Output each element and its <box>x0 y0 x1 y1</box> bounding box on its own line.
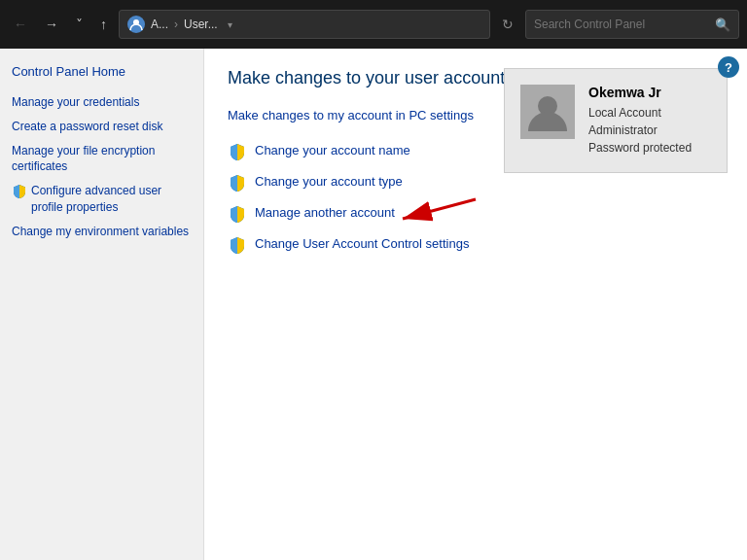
address-part2: User... <box>184 18 218 31</box>
refresh-button[interactable]: ↻ <box>496 13 519 36</box>
shield-icon-manage <box>228 204 247 224</box>
sidebar-home-link[interactable]: Control Panel Home <box>12 64 192 79</box>
avatar-icon <box>524 88 571 135</box>
address-separator: › <box>174 18 178 31</box>
user-name: Okemwa Jr <box>588 85 692 100</box>
sidebar: Control Panel Home Manage your credentia… <box>0 49 204 560</box>
address-part1: A... <box>151 18 168 31</box>
manage-account-item: Manage another account <box>228 204 724 224</box>
manage-account-link[interactable]: Manage another account <box>255 205 395 220</box>
sidebar-item-advanced-profile[interactable]: Configure advanced user profile properti… <box>31 183 192 216</box>
address-icon <box>127 16 145 33</box>
user-detail-account-type: Local Account <box>588 104 692 122</box>
sidebar-item-environment[interactable]: Change my environment variables <box>12 224 192 240</box>
sidebar-item-advanced-profile-wrapper: Configure advanced user profile properti… <box>12 183 192 216</box>
change-type-link[interactable]: Change your account type <box>255 174 403 189</box>
help-button[interactable]: ? <box>718 56 739 78</box>
user-info: Okemwa Jr Local Account Administrator Pa… <box>588 85 692 157</box>
change-type-item: Change your account type <box>228 173 724 192</box>
sidebar-item-file-encryption[interactable]: Manage your file encryption certificates <box>12 143 192 176</box>
up-button[interactable]: ↑ <box>94 13 113 36</box>
back-button[interactable]: ← <box>8 13 33 36</box>
shield-icon-uac <box>228 235 247 255</box>
recent-locations-button[interactable]: ˅ <box>70 13 89 36</box>
search-input[interactable] <box>534 18 709 31</box>
shield-icon-type <box>228 173 247 192</box>
uac-settings-link[interactable]: Change User Account Control settings <box>255 236 469 251</box>
user-card: Okemwa Jr Local Account Administrator Pa… <box>504 68 728 173</box>
manage-account-section: Manage another account <box>228 204 724 224</box>
forward-button[interactable]: → <box>39 13 64 36</box>
address-chevron-icon[interactable]: ▾ <box>228 19 232 30</box>
user-avatar <box>520 85 575 139</box>
search-bar: 🔍 <box>525 10 739 39</box>
address-bar[interactable]: A... › User... ▾ <box>119 10 490 39</box>
user-detail-role: Administrator <box>588 122 692 139</box>
titlebar: ← → ˅ ↑ A... › User... ▾ ↻ 🔍 <box>0 0 747 49</box>
content-area: Make changes to your user account Make c… <box>204 49 747 560</box>
uac-settings-item: Change User Account Control settings <box>228 235 724 255</box>
shield-icon-sidebar <box>12 184 27 199</box>
change-name-link[interactable]: Change your account name <box>255 143 410 158</box>
user-detail-password: Password protected <box>588 139 692 157</box>
main-layout: Control Panel Home Manage your credentia… <box>0 49 747 560</box>
shield-icon-name <box>228 142 247 161</box>
search-icon[interactable]: 🔍 <box>715 18 730 32</box>
sidebar-item-password-reset[interactable]: Create a password reset disk <box>12 119 192 135</box>
sidebar-item-credentials[interactable]: Manage your credentials <box>12 94 192 111</box>
